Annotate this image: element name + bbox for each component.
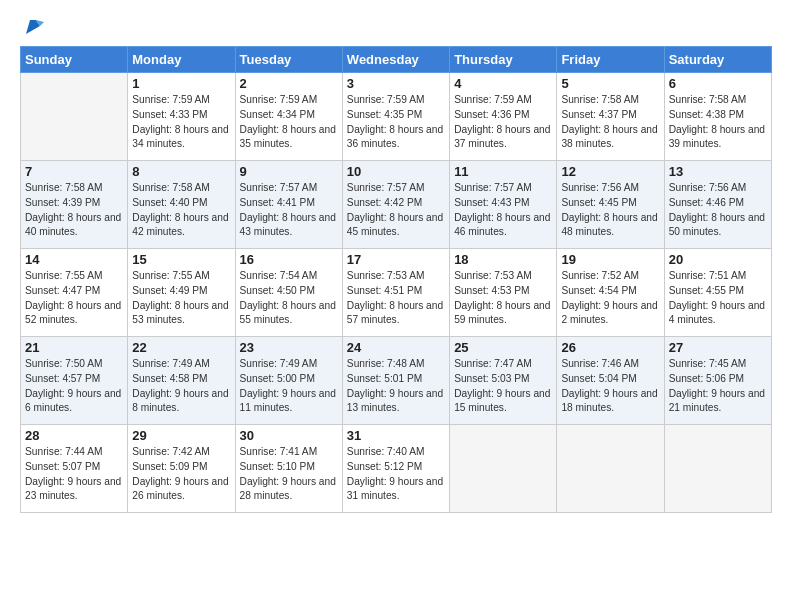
day-number: 10 (347, 164, 445, 179)
day-number: 9 (240, 164, 338, 179)
day-cell: 13Sunrise: 7:56 AMSunset: 4:46 PMDayligh… (664, 161, 771, 249)
day-cell: 31Sunrise: 7:40 AMSunset: 5:12 PMDayligh… (342, 425, 449, 513)
day-cell (21, 73, 128, 161)
day-cell: 6Sunrise: 7:58 AMSunset: 4:38 PMDaylight… (664, 73, 771, 161)
day-cell: 21Sunrise: 7:50 AMSunset: 4:57 PMDayligh… (21, 337, 128, 425)
day-info: Sunrise: 7:49 AMSunset: 5:00 PMDaylight:… (240, 357, 338, 416)
day-cell: 8Sunrise: 7:58 AMSunset: 4:40 PMDaylight… (128, 161, 235, 249)
day-cell: 25Sunrise: 7:47 AMSunset: 5:03 PMDayligh… (450, 337, 557, 425)
day-info: Sunrise: 7:55 AMSunset: 4:47 PMDaylight:… (25, 269, 123, 328)
day-cell: 19Sunrise: 7:52 AMSunset: 4:54 PMDayligh… (557, 249, 664, 337)
day-info: Sunrise: 7:58 AMSunset: 4:37 PMDaylight:… (561, 93, 659, 152)
day-info: Sunrise: 7:54 AMSunset: 4:50 PMDaylight:… (240, 269, 338, 328)
day-number: 23 (240, 340, 338, 355)
day-cell: 16Sunrise: 7:54 AMSunset: 4:50 PMDayligh… (235, 249, 342, 337)
day-number: 15 (132, 252, 230, 267)
day-info: Sunrise: 7:57 AMSunset: 4:42 PMDaylight:… (347, 181, 445, 240)
day-number: 30 (240, 428, 338, 443)
header (20, 16, 772, 36)
day-info: Sunrise: 7:51 AMSunset: 4:55 PMDaylight:… (669, 269, 767, 328)
day-cell: 28Sunrise: 7:44 AMSunset: 5:07 PMDayligh… (21, 425, 128, 513)
day-info: Sunrise: 7:59 AMSunset: 4:36 PMDaylight:… (454, 93, 552, 152)
day-number: 4 (454, 76, 552, 91)
day-number: 2 (240, 76, 338, 91)
week-row-0: 1Sunrise: 7:59 AMSunset: 4:33 PMDaylight… (21, 73, 772, 161)
day-number: 7 (25, 164, 123, 179)
day-number: 6 (669, 76, 767, 91)
day-info: Sunrise: 7:41 AMSunset: 5:10 PMDaylight:… (240, 445, 338, 504)
day-number: 20 (669, 252, 767, 267)
day-cell: 1Sunrise: 7:59 AMSunset: 4:33 PMDaylight… (128, 73, 235, 161)
day-number: 5 (561, 76, 659, 91)
day-number: 28 (25, 428, 123, 443)
col-header-monday: Monday (128, 47, 235, 73)
week-row-3: 21Sunrise: 7:50 AMSunset: 4:57 PMDayligh… (21, 337, 772, 425)
day-info: Sunrise: 7:59 AMSunset: 4:33 PMDaylight:… (132, 93, 230, 152)
week-row-4: 28Sunrise: 7:44 AMSunset: 5:07 PMDayligh… (21, 425, 772, 513)
logo-icon (22, 16, 44, 38)
day-cell (557, 425, 664, 513)
col-header-sunday: Sunday (21, 47, 128, 73)
day-info: Sunrise: 7:58 AMSunset: 4:39 PMDaylight:… (25, 181, 123, 240)
day-info: Sunrise: 7:42 AMSunset: 5:09 PMDaylight:… (132, 445, 230, 504)
day-cell: 5Sunrise: 7:58 AMSunset: 4:37 PMDaylight… (557, 73, 664, 161)
day-number: 17 (347, 252, 445, 267)
day-info: Sunrise: 7:53 AMSunset: 4:51 PMDaylight:… (347, 269, 445, 328)
day-number: 25 (454, 340, 552, 355)
day-cell: 10Sunrise: 7:57 AMSunset: 4:42 PMDayligh… (342, 161, 449, 249)
day-info: Sunrise: 7:49 AMSunset: 4:58 PMDaylight:… (132, 357, 230, 416)
day-number: 26 (561, 340, 659, 355)
day-number: 14 (25, 252, 123, 267)
day-number: 19 (561, 252, 659, 267)
day-cell: 29Sunrise: 7:42 AMSunset: 5:09 PMDayligh… (128, 425, 235, 513)
day-info: Sunrise: 7:47 AMSunset: 5:03 PMDaylight:… (454, 357, 552, 416)
day-info: Sunrise: 7:48 AMSunset: 5:01 PMDaylight:… (347, 357, 445, 416)
col-header-thursday: Thursday (450, 47, 557, 73)
day-cell: 7Sunrise: 7:58 AMSunset: 4:39 PMDaylight… (21, 161, 128, 249)
day-info: Sunrise: 7:45 AMSunset: 5:06 PMDaylight:… (669, 357, 767, 416)
day-info: Sunrise: 7:52 AMSunset: 4:54 PMDaylight:… (561, 269, 659, 328)
day-number: 12 (561, 164, 659, 179)
day-number: 1 (132, 76, 230, 91)
day-number: 13 (669, 164, 767, 179)
day-cell: 14Sunrise: 7:55 AMSunset: 4:47 PMDayligh… (21, 249, 128, 337)
day-number: 22 (132, 340, 230, 355)
day-cell: 3Sunrise: 7:59 AMSunset: 4:35 PMDaylight… (342, 73, 449, 161)
day-number: 24 (347, 340, 445, 355)
day-info: Sunrise: 7:44 AMSunset: 5:07 PMDaylight:… (25, 445, 123, 504)
day-info: Sunrise: 7:59 AMSunset: 4:35 PMDaylight:… (347, 93, 445, 152)
day-number: 18 (454, 252, 552, 267)
day-cell: 2Sunrise: 7:59 AMSunset: 4:34 PMDaylight… (235, 73, 342, 161)
header-row: SundayMondayTuesdayWednesdayThursdayFrid… (21, 47, 772, 73)
day-cell: 20Sunrise: 7:51 AMSunset: 4:55 PMDayligh… (664, 249, 771, 337)
day-number: 11 (454, 164, 552, 179)
day-cell: 24Sunrise: 7:48 AMSunset: 5:01 PMDayligh… (342, 337, 449, 425)
week-row-1: 7Sunrise: 7:58 AMSunset: 4:39 PMDaylight… (21, 161, 772, 249)
day-info: Sunrise: 7:53 AMSunset: 4:53 PMDaylight:… (454, 269, 552, 328)
day-number: 16 (240, 252, 338, 267)
day-cell: 23Sunrise: 7:49 AMSunset: 5:00 PMDayligh… (235, 337, 342, 425)
col-header-tuesday: Tuesday (235, 47, 342, 73)
day-cell: 30Sunrise: 7:41 AMSunset: 5:10 PMDayligh… (235, 425, 342, 513)
day-cell: 18Sunrise: 7:53 AMSunset: 4:53 PMDayligh… (450, 249, 557, 337)
day-number: 21 (25, 340, 123, 355)
page: SundayMondayTuesdayWednesdayThursdayFrid… (0, 0, 792, 612)
day-number: 8 (132, 164, 230, 179)
day-number: 31 (347, 428, 445, 443)
logo (20, 16, 44, 36)
day-cell (450, 425, 557, 513)
day-info: Sunrise: 7:58 AMSunset: 4:38 PMDaylight:… (669, 93, 767, 152)
day-cell: 27Sunrise: 7:45 AMSunset: 5:06 PMDayligh… (664, 337, 771, 425)
day-number: 27 (669, 340, 767, 355)
day-info: Sunrise: 7:58 AMSunset: 4:40 PMDaylight:… (132, 181, 230, 240)
day-cell: 26Sunrise: 7:46 AMSunset: 5:04 PMDayligh… (557, 337, 664, 425)
day-info: Sunrise: 7:46 AMSunset: 5:04 PMDaylight:… (561, 357, 659, 416)
day-info: Sunrise: 7:50 AMSunset: 4:57 PMDaylight:… (25, 357, 123, 416)
day-info: Sunrise: 7:56 AMSunset: 4:46 PMDaylight:… (669, 181, 767, 240)
col-header-friday: Friday (557, 47, 664, 73)
day-cell: 12Sunrise: 7:56 AMSunset: 4:45 PMDayligh… (557, 161, 664, 249)
day-cell: 4Sunrise: 7:59 AMSunset: 4:36 PMDaylight… (450, 73, 557, 161)
day-info: Sunrise: 7:57 AMSunset: 4:41 PMDaylight:… (240, 181, 338, 240)
day-number: 29 (132, 428, 230, 443)
week-row-2: 14Sunrise: 7:55 AMSunset: 4:47 PMDayligh… (21, 249, 772, 337)
